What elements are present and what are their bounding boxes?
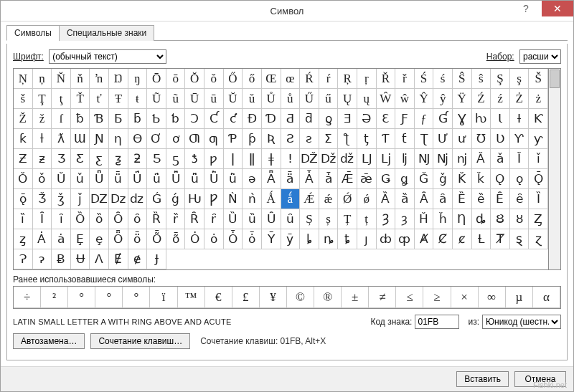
symbol-cell[interactable]: Ŧ	[109, 89, 128, 109]
symbol-cell[interactable]: ŗ	[357, 69, 377, 89]
symbol-cell[interactable]: Ƈ	[204, 109, 224, 129]
symbol-cell[interactable]: Ź	[472, 89, 491, 109]
symbol-grid[interactable]: ŅņŇňŉŊŋŌōŎŏŐőŒœŔŕŖŗŘřŚśŜŝŞşŠšŢţŤťŦŧŨũŪūŬ…	[13, 68, 549, 270]
symbol-cell[interactable]: ũ	[166, 89, 186, 109]
symbol-cell[interactable]: Ǻ	[262, 189, 281, 209]
symbol-cell[interactable]: Ȁ	[377, 189, 396, 209]
symbol-cell[interactable]: ǋ	[433, 149, 453, 169]
symbol-cell[interactable]: Ɣ	[453, 109, 472, 129]
symbol-cell[interactable]: ȕ	[243, 209, 262, 229]
symbol-cell[interactable]: ȍ	[90, 209, 109, 229]
symbol-cell[interactable]: ƈ	[224, 109, 243, 129]
symbol-cell[interactable]: Ƣ	[185, 129, 204, 149]
symbol-cell[interactable]: ǚ	[185, 169, 204, 189]
symbol-cell[interactable]: ņ	[33, 69, 52, 89]
symbol-cell[interactable]: Ū	[185, 89, 204, 109]
recent-cell[interactable]: ∞	[479, 287, 506, 308]
symbol-cell[interactable]: Ț	[338, 209, 357, 229]
symbol-cell[interactable]: ǁ	[243, 149, 262, 169]
symbol-cell[interactable]: Ʊ	[472, 129, 491, 149]
symbol-cell[interactable]: ż	[529, 89, 548, 109]
symbol-cell[interactable]: ƿ	[204, 149, 224, 169]
symbol-cell[interactable]: š	[14, 89, 33, 109]
symbol-cell[interactable]: Ȍ	[71, 209, 90, 229]
symbol-cell[interactable]: Ȟ	[415, 209, 434, 229]
symbol-cell[interactable]: ɇ	[128, 249, 148, 269]
symbol-cell[interactable]: Ř	[377, 69, 396, 89]
recent-cell[interactable]: ≠	[369, 287, 396, 308]
symbol-cell[interactable]: Ƞ	[453, 209, 472, 229]
symbol-cell[interactable]: Ɉ	[147, 249, 166, 269]
symbol-cell[interactable]: ƴ	[529, 129, 548, 149]
symbol-cell[interactable]: ƒ	[415, 109, 434, 129]
symbol-cell[interactable]: Ǡ	[300, 169, 319, 189]
symbol-cell[interactable]: Ȗ	[262, 209, 281, 229]
symbol-cell[interactable]: ȩ	[90, 229, 109, 249]
symbol-cell[interactable]: ȧ	[52, 229, 71, 249]
recent-cell[interactable]: ï	[150, 287, 177, 308]
recent-cell[interactable]: ≥	[423, 287, 451, 308]
symbol-cell[interactable]: ƌ	[300, 109, 319, 129]
symbol-cell[interactable]: ǳ	[128, 189, 148, 209]
symbol-cell[interactable]: Ƹ	[71, 149, 90, 169]
symbol-cell[interactable]: Ǎ	[472, 149, 491, 169]
recent-cell[interactable]: °	[123, 287, 150, 308]
symbol-cell[interactable]: Ǩ	[453, 169, 472, 189]
symbol-cell[interactable]: Ʉ	[71, 249, 90, 269]
symbol-cell[interactable]: ō	[166, 69, 186, 89]
symbol-cell[interactable]: ŧ	[128, 89, 148, 109]
symbol-cell[interactable]: ȷ	[357, 229, 377, 249]
symbol-cell[interactable]: Ǜ	[204, 169, 224, 189]
symbol-cell[interactable]: ȗ	[281, 209, 301, 229]
symbol-cell[interactable]: ŝ	[472, 69, 491, 89]
symbol-cell[interactable]: ȉ	[14, 209, 33, 229]
help-button[interactable]: ?	[510, 1, 542, 16]
symbol-cell[interactable]: Ǧ	[415, 169, 434, 189]
symbol-cell[interactable]: ƥ	[243, 129, 262, 149]
symbol-cell[interactable]: ř	[395, 69, 415, 89]
symbol-cell[interactable]: Ƨ	[281, 129, 301, 149]
recent-cell[interactable]: ™	[178, 287, 205, 308]
symbol-cell[interactable]: Ǚ	[166, 169, 186, 189]
symbol-cell[interactable]: Ų	[338, 89, 357, 109]
symbol-cell[interactable]: ǰ	[71, 189, 90, 209]
symbol-cell[interactable]: ȭ	[166, 229, 186, 249]
symbol-cell[interactable]: ŏ	[204, 69, 224, 89]
symbol-cell[interactable]: Ȼ	[433, 229, 453, 249]
symbol-cell[interactable]: Ƭ	[377, 129, 396, 149]
symbol-cell[interactable]: ȝ	[395, 209, 415, 229]
symbol-cell[interactable]: ȣ	[510, 209, 530, 229]
symbol-cell[interactable]: Ɯ	[71, 129, 90, 149]
recent-cell[interactable]: €	[205, 287, 232, 308]
symbol-cell[interactable]: ƪ	[338, 129, 357, 149]
symbol-cell[interactable]: Ƥ	[224, 129, 243, 149]
symbol-cell[interactable]: ǿ	[357, 189, 377, 209]
symbol-cell[interactable]: ő	[243, 69, 262, 89]
symbol-cell[interactable]: Ƒ	[395, 109, 415, 129]
symbol-cell[interactable]: ȋ	[52, 209, 71, 229]
symbol-cell[interactable]: ų	[357, 89, 377, 109]
symbol-cell[interactable]: ǯ	[52, 189, 71, 209]
symbol-cell[interactable]: ǒ	[33, 169, 52, 189]
symbol-cell[interactable]: Ŋ	[109, 69, 128, 89]
recent-cell[interactable]: ×	[451, 287, 479, 308]
symbol-cell[interactable]: ȃ	[433, 189, 453, 209]
from-select[interactable]: Юникод (шестн.)	[482, 315, 561, 329]
symbol-cell[interactable]: ƞ	[109, 129, 128, 149]
scrollbar-thumb[interactable]	[550, 70, 560, 88]
symbol-cell[interactable]: Ő	[224, 69, 243, 89]
symbol-cell[interactable]: Ƿ	[204, 189, 224, 209]
symbol-cell[interactable]: Ȅ	[453, 189, 472, 209]
symbol-cell[interactable]: ź	[491, 89, 510, 109]
symbol-cell[interactable]: Ũ	[147, 89, 166, 109]
symbol-cell[interactable]: Ś	[415, 69, 434, 89]
symbol-cell[interactable]: ǘ	[147, 169, 166, 189]
symbol-cell[interactable]: ȇ	[510, 189, 530, 209]
symbol-cell[interactable]: ť	[90, 89, 109, 109]
symbol-cell[interactable]: Ɇ	[109, 249, 128, 269]
symbol-cell[interactable]: Ƕ	[185, 189, 204, 209]
symbol-cell[interactable]: Ș	[300, 209, 319, 229]
symbol-cell[interactable]: Ƽ	[147, 149, 166, 169]
symbol-cell[interactable]: Š	[529, 69, 548, 89]
recent-cell[interactable]: ÷	[14, 287, 41, 308]
